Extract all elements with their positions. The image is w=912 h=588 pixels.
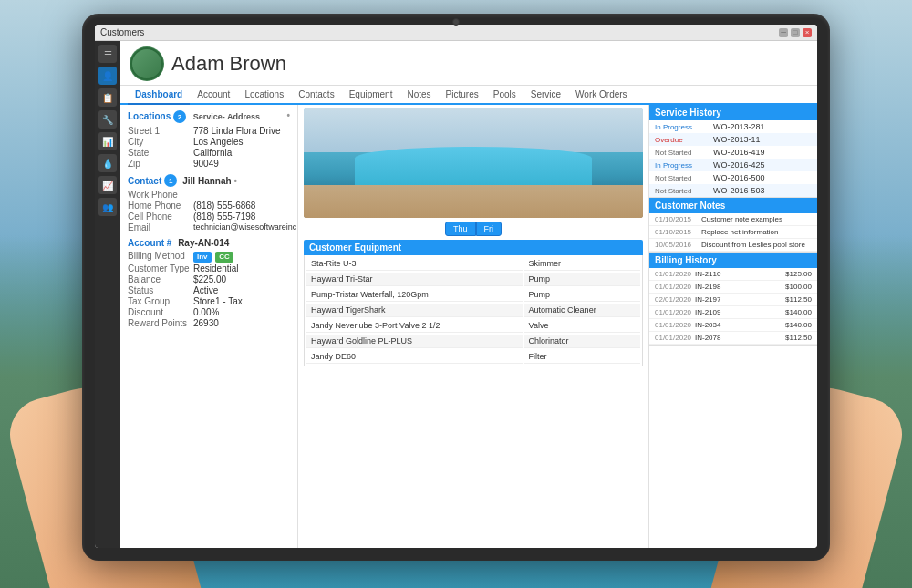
- service-wo: WO-2013-11: [713, 135, 761, 144]
- balance-label: Balance: [128, 274, 193, 284]
- pool-image-deck: [304, 185, 643, 218]
- billing-method-label: Billing Method: [128, 251, 193, 263]
- billing-invoice: IN-2034: [695, 321, 739, 329]
- street-row: Street 1 778 Linda Flora Drive: [128, 126, 290, 136]
- tab-work-orders[interactable]: Work Orders: [568, 86, 635, 105]
- sidebar-icon-customers[interactable]: 👤: [98, 67, 117, 85]
- billing-invoice: IN-2078: [695, 334, 739, 342]
- service-history-header: Service History: [649, 105, 817, 120]
- city-label: City: [128, 137, 193, 147]
- tab-contacts[interactable]: Contacts: [291, 86, 341, 105]
- customer-notes-header: Customer Notes: [649, 198, 817, 213]
- billing-history-header: Billing History: [649, 253, 817, 268]
- billing-amount: $140.00: [785, 321, 812, 329]
- service-status: Not Started: [655, 187, 710, 195]
- equipment-name: Jandy Neverlube 3-Port Valve 2 1/2: [306, 319, 523, 333]
- tab-dashboard[interactable]: Dashboard: [128, 86, 190, 105]
- tab-pictures[interactable]: Pictures: [439, 86, 486, 105]
- customer-name: Adam Brown: [171, 52, 286, 76]
- app-body: ☰ 👤 📋 🔧 📊 💧 📈 👥 Adam Brown: [95, 41, 817, 548]
- email-label: Email: [128, 222, 193, 232]
- title-bar-controls: ─ □ ×: [779, 28, 812, 37]
- service-history-row: In ProgressWO-2016-425: [649, 159, 817, 171]
- sidebar-icon-notes[interactable]: 📋: [98, 88, 117, 107]
- sidebar-icon-reports[interactable]: 📈: [98, 176, 117, 194]
- billing-invoice: IN-2109: [695, 308, 739, 316]
- tablet-camera: [452, 18, 460, 26]
- note-text: Replace net information: [701, 228, 779, 236]
- billing-date: 01/01/2020: [655, 308, 693, 316]
- tab-pools[interactable]: Pools: [486, 86, 523, 105]
- service-status: Not Started: [655, 149, 710, 157]
- discount-value: 0.00%: [193, 307, 219, 317]
- city-row: City Los Angeles: [128, 137, 290, 147]
- left-panel: Locations 2 Service- Address • Street 1 …: [120, 105, 298, 548]
- street-value: 778 Linda Flora Drive: [193, 126, 281, 136]
- tax-group-row: Tax Group Store1 - Tax: [128, 296, 290, 306]
- status-value: Active: [193, 285, 218, 295]
- billing-date: 01/01/2020: [655, 334, 693, 342]
- note-text: Customer note examples: [701, 215, 782, 223]
- service-status: In Progress: [655, 161, 710, 170]
- sidebar: ☰ 👤 📋 🔧 📊 💧 📈 👥: [95, 41, 120, 548]
- contact-name: Jill Hannah: [182, 176, 231, 186]
- tax-group-label: Tax Group: [128, 296, 193, 306]
- zip-value: 90049: [193, 159, 219, 169]
- cell-phone-row: Cell Phone (818) 555-7198: [128, 211, 290, 222]
- tab-account[interactable]: Account: [190, 86, 237, 105]
- service-history-section: Service History In ProgressWO-2013-281Ov…: [649, 105, 817, 198]
- equipment-type: Pump: [524, 273, 640, 286]
- equipment-row: Jandy DE60Filter: [306, 350, 640, 364]
- tablet: Customers ─ □ × ☰ 👤 📋 🔧 📊 💧 📈 👥: [82, 14, 830, 561]
- contact-header: Contact 1 Jill Hannah •: [128, 174, 290, 187]
- billing-tags: Inv CC: [193, 251, 235, 263]
- service-status: Overdue: [655, 136, 710, 144]
- state-value: California: [193, 148, 232, 158]
- billing-history-row: 01/01/2020IN-2078$112.50: [649, 332, 817, 345]
- equipment-type: Filter: [524, 350, 640, 364]
- sidebar-icon-menu[interactable]: ☰: [98, 45, 117, 63]
- billing-history-row: 01/01/2020IN-2034$140.00: [649, 319, 817, 332]
- billing-date: 02/01/2020: [655, 295, 693, 304]
- equipment-row: Hayward Tri-StarPump: [306, 273, 640, 286]
- tab-locations[interactable]: Locations: [237, 86, 291, 105]
- sidebar-icon-water[interactable]: 💧: [98, 154, 117, 172]
- maximize-button[interactable]: □: [791, 28, 800, 37]
- equipment-row: Pump-Tristar Waterfall, 120GpmPump: [306, 288, 640, 302]
- customer-type-value: Residential: [193, 263, 238, 273]
- day-tab-fri[interactable]: Fri: [476, 222, 503, 236]
- locations-header: Locations 2 Service- Address •: [128, 110, 290, 123]
- sidebar-icon-charts[interactable]: 📊: [98, 132, 117, 150]
- city-value: Los Angeles: [193, 137, 244, 147]
- tab-service[interactable]: Service: [523, 86, 568, 105]
- home-phone-value: (818) 555-6868: [193, 201, 255, 211]
- status-label: Status: [128, 285, 193, 295]
- billing-amount: $140.00: [785, 308, 812, 316]
- address-type: Service- Address: [193, 112, 260, 121]
- sidebar-icon-tools[interactable]: 🔧: [98, 110, 117, 129]
- day-tab-thu[interactable]: Thu: [445, 222, 476, 236]
- avatar: [130, 46, 164, 81]
- day-tabs: Thu Fri: [445, 222, 502, 236]
- close-button[interactable]: ×: [803, 28, 812, 37]
- reward-points-label: Reward Points: [128, 318, 193, 328]
- service-wo: WO-2016-425: [713, 160, 765, 170]
- equipment-name: Hayward TigerShark: [306, 304, 523, 317]
- equipment-header: Customer Equipment: [304, 240, 643, 255]
- discount-label: Discount: [128, 307, 193, 317]
- center-panel: Thu Fri Customer Equipment Sta-Rite U-3S…: [298, 105, 648, 548]
- sidebar-icon-users[interactable]: 👥: [98, 198, 117, 216]
- locations-badge: 2: [173, 110, 186, 123]
- service-history-row: In ProgressWO-2013-281: [649, 120, 817, 133]
- equipment-name: Hayward Goldline PL-PLUS: [306, 335, 523, 348]
- tag-inv: Inv: [193, 252, 212, 263]
- billing-amount: $112.50: [785, 334, 812, 342]
- equipment-row: Hayward TigerSharkAutomatic Cleaner: [306, 304, 640, 317]
- tab-equipment[interactable]: Equipment: [342, 86, 400, 105]
- customer-type-row: Customer Type Residential: [128, 263, 290, 273]
- minimize-button[interactable]: ─: [779, 28, 788, 37]
- tab-notes[interactable]: Notes: [399, 86, 438, 105]
- billing-date: 01/01/2020: [655, 270, 693, 278]
- pool-image-sky: [304, 108, 643, 152]
- zip-row: Zip 90049: [128, 159, 290, 169]
